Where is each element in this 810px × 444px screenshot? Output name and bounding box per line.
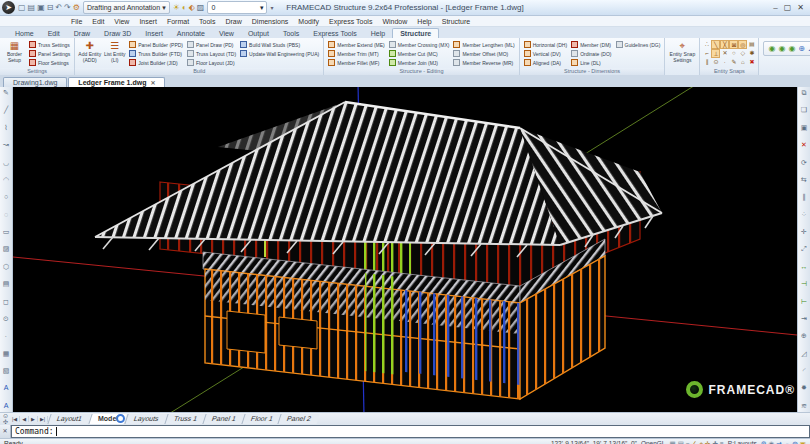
ribbon-tab[interactable]: Tools: [276, 29, 306, 38]
dim-ordinate-button[interactable]: Ordinate (DO): [569, 49, 613, 58]
menu-item[interactable]: Format: [162, 18, 194, 25]
member-extend-button[interactable]: Member Extend (ME): [326, 40, 387, 49]
snap-off-icon[interactable]: ✖: [747, 58, 756, 67]
hatch-tool-icon[interactable]: ▨: [3, 245, 10, 253]
paste-tool-icon[interactable]: ▣: [801, 124, 808, 132]
pan-icon[interactable]: ◉: [768, 44, 775, 53]
point-tool-icon[interactable]: ∙: [5, 332, 7, 340]
arc-tool-icon[interactable]: ◡: [3, 159, 9, 167]
truss-layout-button[interactable]: Truss Layout (TD): [185, 49, 238, 58]
plot-icon[interactable]: ⊟: [47, 3, 54, 12]
rectangle-tool-icon[interactable]: ▭: [3, 228, 10, 236]
menu-item[interactable]: Express Tools: [324, 18, 377, 25]
stretch-tool-icon[interactable]: ↔: [801, 263, 808, 271]
menu-item[interactable]: File: [66, 18, 87, 25]
add-entity-button[interactable]: ✚ Add Entity (ADD): [77, 39, 102, 63]
ortho-toggle[interactable]: ⌐: [686, 440, 690, 444]
menu-item[interactable]: Help: [412, 18, 436, 25]
offset-tool-icon[interactable]: ∥: [802, 193, 806, 201]
zoom-icon[interactable]: ◉: [778, 44, 785, 53]
explode-tool-icon[interactable]: ✸: [801, 384, 807, 392]
layer-dropdown[interactable]: 0 ▾: [207, 1, 267, 14]
floor-settings-button[interactable]: Floor Settings: [27, 58, 72, 67]
member-crossing-button[interactable]: Member Crossing (MX): [387, 40, 452, 49]
table-tool-icon[interactable]: ▦: [3, 350, 10, 358]
parallel-snap-icon[interactable]: ∥: [702, 58, 711, 67]
properties-tool-icon[interactable]: ⧉: [802, 89, 807, 97]
mirror-tool-icon[interactable]: ⇆: [801, 176, 807, 184]
join-tool-icon[interactable]: ⊕: [801, 332, 807, 340]
member-fillet-button[interactable]: Member Fillet (MF): [326, 58, 387, 67]
tangent-snap-icon[interactable]: ⊙: [711, 58, 720, 67]
layout-tab[interactable]: Layout1: [47, 414, 90, 424]
workspace-gear-icon[interactable]: ⚙: [73, 3, 80, 12]
globe-icon[interactable]: ◍: [792, 440, 798, 444]
node-snap-icon[interactable]: ◇: [738, 49, 747, 58]
trim-tool-icon[interactable]: ⊣: [801, 280, 807, 288]
workspace-switcher[interactable]: Drafting and Annotation ▾: [83, 1, 170, 14]
cloud-icon[interactable]: ☁: [784, 440, 791, 444]
menu-item[interactable]: Structure: [437, 18, 475, 25]
entity-snap-settings-button[interactable]: ⌖ Entity Snap Settings: [667, 39, 697, 63]
array-tool-icon[interactable]: ⁘: [801, 211, 807, 219]
new-file-icon[interactable]: ▢: [18, 3, 26, 12]
extend-tool-icon[interactable]: ⊢: [801, 298, 807, 306]
quadrant-snap-icon[interactable]: ○: [729, 49, 738, 58]
mtext-tool-icon[interactable]: A: [4, 402, 9, 410]
layout-tab[interactable]: Layouts: [125, 414, 168, 424]
intersection-snap-icon[interactable]: ⊠: [729, 40, 738, 49]
document-tab[interactable]: Drawing1.dwg: [3, 77, 67, 87]
text-tool-icon[interactable]: A: [4, 384, 9, 392]
member-trim-button[interactable]: Member Trim (MT): [326, 49, 387, 58]
style-icon[interactable]: ⬖: [189, 3, 195, 12]
region-tool-icon[interactable]: ▤: [3, 280, 10, 288]
menu-item[interactable]: Edit: [87, 18, 109, 25]
orbit-icon[interactable]: ◉: [788, 44, 795, 53]
scale-tool-icon[interactable]: ⤢: [801, 245, 807, 253]
maximize-button[interactable]: ▢: [784, 3, 792, 12]
ribbon-tab[interactable]: Annotate: [170, 29, 212, 38]
apparent-snap-icon[interactable]: ✕: [720, 49, 729, 58]
layout-tab[interactable]: Panel 1: [202, 414, 244, 424]
ribbon-tab[interactable]: View: [212, 29, 241, 38]
temporary-track-snap-icon[interactable]: ∴: [702, 40, 711, 49]
steering-wheel-icon[interactable]: ⊕: [798, 44, 805, 53]
drawing-canvas[interactable]: ✎╱⌇↝◡◠○◌▭▨⬡▤◻⊙∙▦▧AA ⧉❏▣✕⟳⇆∥⁘✛⤢↔⊣⊢⇥⊕◿◜✸≋: [0, 87, 810, 412]
dim-horizontal-button[interactable]: Horizontal (DH): [522, 40, 569, 49]
line-tool-icon[interactable]: ╱: [4, 106, 8, 114]
undo-icon[interactable]: ↶: [55, 3, 62, 12]
render-mode-label[interactable]: OpenGL: [641, 440, 666, 444]
menu-item[interactable]: Tools: [194, 18, 220, 25]
ribbon-tab[interactable]: Help: [364, 29, 392, 38]
insert-snap-icon[interactable]: ✱: [747, 49, 756, 58]
member-lengthen-button[interactable]: Member Lengthen (ML): [451, 40, 516, 49]
menu-item[interactable]: Dimensions: [247, 18, 294, 25]
member-reverse-button[interactable]: Member Reverse (MR): [451, 58, 516, 67]
toolbar-overflow-icon[interactable]: ▾: [270, 4, 273, 11]
redo-icon[interactable]: ↷: [64, 3, 71, 12]
donut-tool-icon[interactable]: ⊙: [3, 315, 9, 323]
tab-scroll-button[interactable]: ▶: [29, 416, 38, 422]
panel-builder-button[interactable]: Panel Builder (PPD): [127, 40, 185, 49]
layout-tab[interactable]: Floor 1: [241, 414, 281, 424]
transparency-icon[interactable]: ▨: [197, 3, 205, 12]
menu-item[interactable]: Window: [377, 18, 412, 25]
extension-snap-icon[interactable]: ⌐: [702, 49, 711, 58]
ribbon-tab[interactable]: Edit: [41, 29, 67, 38]
ellipse-tool-icon[interactable]: ◌: [4, 211, 8, 219]
settings-sheet-icon[interactable]: ▤: [747, 40, 756, 49]
tab-scroll-button[interactable]: |◀: [10, 416, 20, 422]
dim-aligned-button[interactable]: Aligned (DA): [522, 58, 569, 67]
dim-member-button[interactable]: Member (DM): [569, 40, 613, 49]
polyline-tool-icon[interactable]: ⌇: [4, 124, 7, 132]
fillet-tool-icon[interactable]: ◜: [803, 367, 806, 375]
circle-tool-icon[interactable]: ○: [4, 193, 8, 201]
spline-tool-icon[interactable]: ↝: [3, 141, 9, 149]
member-join-button[interactable]: Member Join (MJ): [387, 58, 452, 67]
menu-item[interactable]: Draw: [220, 18, 246, 25]
command-close-icon[interactable]: ✕: [0, 425, 11, 438]
tab-scroll-button[interactable]: ▶|: [38, 416, 48, 422]
dim-line-button[interactable]: Line (DL): [569, 58, 613, 67]
ribbon-tab[interactable]: Draw: [67, 29, 97, 38]
tray-icon[interactable]: ▣: [800, 440, 806, 444]
